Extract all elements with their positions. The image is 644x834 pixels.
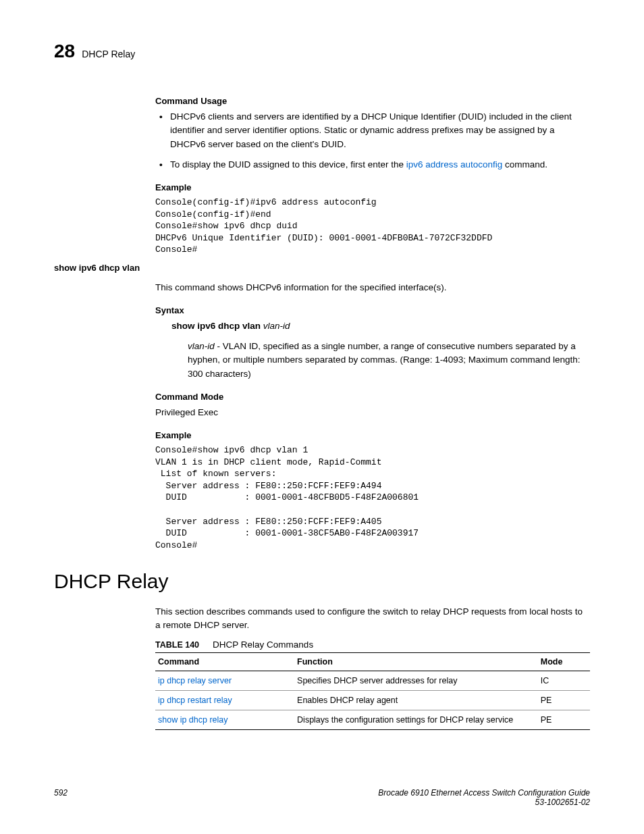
table-caption: DHCP Relay Commands bbox=[213, 640, 313, 650]
syntax-param: vlan-id bbox=[263, 321, 290, 331]
command-mode-value: Privileged Exec bbox=[155, 406, 590, 419]
cmd-mode: PE bbox=[538, 710, 590, 729]
doc-title: Brocade 6910 Ethernet Access Switch Conf… bbox=[378, 788, 590, 798]
param-name: vlan-id bbox=[188, 341, 215, 351]
syntax-line: show ipv6 dhcp vlan vlan-id bbox=[171, 319, 590, 333]
cmd-link[interactable]: show ip dhcp relay bbox=[158, 715, 228, 725]
doc-number: 53-1002651-02 bbox=[378, 798, 590, 807]
table-label: TABLE 140 DHCP Relay Commands bbox=[155, 640, 590, 650]
cmd-mode: IC bbox=[538, 671, 590, 690]
table-header-row: Command Function Mode bbox=[155, 652, 590, 671]
table-row: show ip dhcp relay Displays the configur… bbox=[155, 710, 590, 729]
page-number: 592 bbox=[54, 788, 68, 798]
table-number: TABLE 140 bbox=[155, 640, 199, 650]
main-content: Command Usage DHCPv6 clients and servers… bbox=[155, 96, 590, 730]
param-text: - VLAN ID, specified as a single number,… bbox=[188, 341, 581, 379]
cmd-function: Enables DHCP relay agent bbox=[294, 690, 538, 710]
command-mode-heading: Command Mode bbox=[155, 392, 590, 402]
cmd-link[interactable]: ip dhcp relay server bbox=[158, 676, 232, 685]
cmd-mode: PE bbox=[538, 690, 590, 710]
section-heading: DHCP Relay bbox=[54, 570, 590, 593]
cmd-link[interactable]: ip dhcp restart relay bbox=[158, 696, 232, 705]
page-header: 28 DHCP Relay bbox=[54, 41, 590, 62]
commands-table: Command Function Mode ip dhcp relay serv… bbox=[155, 652, 590, 730]
table-row: ip dhcp relay server Specifies DHCP serv… bbox=[155, 671, 590, 690]
col-function: Function bbox=[294, 652, 538, 671]
chapter-title: DHCP Relay bbox=[82, 49, 135, 59]
list-item: To display the DUID assigned to this dev… bbox=[155, 158, 590, 172]
cmd-function: Displays the configuration settings for … bbox=[294, 710, 538, 729]
cmd-function: Specifies DHCP server addresses for rela… bbox=[294, 671, 538, 690]
footer-right: Brocade 6910 Ethernet Access Switch Conf… bbox=[378, 788, 590, 807]
bullet-suffix: command. bbox=[502, 159, 547, 170]
syntax-command: show ipv6 dhcp vlan bbox=[171, 321, 261, 331]
command-name-heading: show ipv6 dhcp vlan bbox=[54, 263, 590, 273]
bullet-prefix: To display the DUID assigned to this dev… bbox=[170, 159, 406, 170]
command-usage-list: DHCPv6 clients and servers are identifie… bbox=[155, 110, 590, 172]
param-description: vlan-id - VLAN ID, specified as a single… bbox=[188, 340, 590, 381]
col-mode: Mode bbox=[538, 652, 590, 671]
example-heading-2: Example bbox=[155, 430, 590, 440]
chapter-number: 28 bbox=[54, 41, 75, 62]
col-command: Command bbox=[155, 652, 294, 671]
ipv6-autoconfig-link[interactable]: ipv6 address autoconfig bbox=[406, 159, 503, 170]
example-heading: Example bbox=[155, 182, 590, 192]
example-code-block: Console(config-if)#ipv6 address autoconf… bbox=[155, 197, 590, 256]
table-row: ip dhcp restart relay Enables DHCP relay… bbox=[155, 690, 590, 710]
bullet-text: DHCPv6 clients and servers are identifie… bbox=[170, 111, 572, 149]
list-item: DHCPv6 clients and servers are identifie… bbox=[155, 110, 590, 151]
command-description: This command shows DHCPv6 information fo… bbox=[155, 281, 590, 294]
command-usage-heading: Command Usage bbox=[155, 96, 590, 106]
section-intro: This section describes commands used to … bbox=[155, 605, 590, 633]
syntax-heading: Syntax bbox=[155, 305, 590, 315]
page-footer: 592 Brocade 6910 Ethernet Access Switch … bbox=[54, 788, 590, 807]
example-code-block-2: Console#show ipv6 dhcp vlan 1 VLAN 1 is … bbox=[155, 444, 590, 551]
